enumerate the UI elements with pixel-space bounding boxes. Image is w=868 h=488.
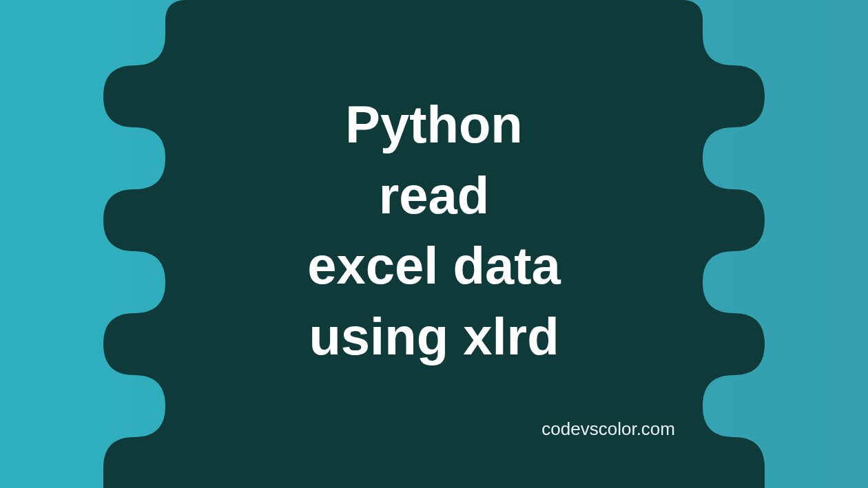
main-title: Python read excel data using xlrd	[307, 89, 561, 372]
thumbnail-canvas: Python read excel data using xlrd codevs…	[0, 0, 868, 488]
site-attribution: codevscolor.com	[541, 418, 675, 440]
